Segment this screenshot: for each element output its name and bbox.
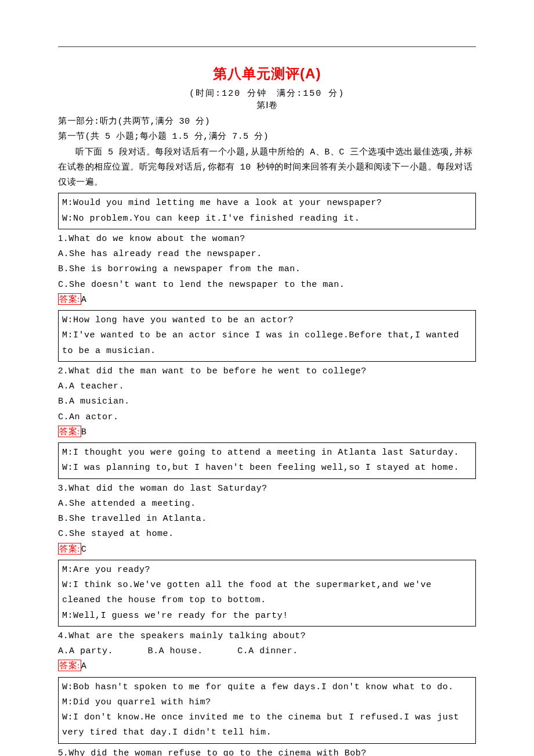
option-c: C.She doesn't want to lend the newspaper…: [58, 278, 476, 293]
top-horizontal-rule: [58, 46, 476, 47]
dialog-line: W:I don't know.He once invited me to the…: [62, 710, 472, 741]
question-text: .Why did the woman refuse to go to the c…: [63, 748, 367, 757]
paper-part-label: 第Ⅰ卷: [58, 100, 476, 111]
answer-label: 答案:: [58, 660, 81, 671]
document-page: 第八单元测评(A) (时间:120 分钟 满分:150 分) 第Ⅰ卷 第一部分:…: [0, 0, 534, 756]
option-a: A.A teacher.: [58, 379, 476, 394]
exam-title: 第八单元测评(A): [58, 64, 476, 83]
answer-row-4: 答案:A: [58, 659, 476, 674]
question-text: .What did the woman do last Saturday?: [63, 484, 268, 494]
question-number: 3: [58, 483, 63, 492]
option-a: A.She attended a meeting.: [58, 496, 476, 512]
dialog-line: M:Would you mind letting me have a look …: [62, 196, 472, 211]
dialog-box-3: M:I thought you were going to attend a m…: [58, 442, 476, 479]
dialog-line: M:Are you ready?: [62, 563, 472, 578]
question-1: 1.What do we know about the woman?: [58, 231, 476, 247]
part1-header: 第一部分:听力(共两节,满分 30 分): [58, 114, 476, 129]
dialog-line: M:I thought you were going to attend a m…: [62, 445, 472, 460]
question-number: 5: [58, 747, 63, 757]
option-a: A.She has already read the newspaper.: [58, 247, 476, 262]
exam-subtitle: (时间:120 分钟 满分:150 分): [58, 88, 476, 99]
dialog-line: W:How long have you wanted to be an acto…: [62, 313, 472, 328]
question-text: .What do we know about the woman?: [63, 234, 246, 244]
dialog-box-1: M:Would you mind letting me have a look …: [58, 193, 476, 229]
option-b: B.She travelled in Atlanta.: [58, 512, 476, 527]
dialog-line: W:I think so.We've gotten all the food a…: [62, 578, 472, 609]
question-number: 4: [58, 630, 63, 640]
dialog-line: W:I was planning to,but I haven't been f…: [62, 460, 472, 476]
dialog-line: M:I've wanted to be an actor since I was…: [62, 328, 472, 359]
question-2: 2.What did the man want to be before he …: [58, 363, 476, 379]
answer-value: A: [81, 295, 87, 305]
question-5: 5.Why did the woman refuse to go to the …: [58, 745, 476, 757]
section1-header: 第一节(共 5 小题;每小题 1.5 分,满分 7.5 分): [58, 129, 476, 145]
instructions: 听下面 5 段对话。每段对话后有一个小题,从题中所给的 A、B、C 三个选项中选…: [58, 145, 476, 191]
answer-row-3: 答案:C: [58, 542, 476, 557]
dialog-box-5: W:Bob hasn't spoken to me for quite a fe…: [58, 677, 476, 744]
question-4: 4.What are the speakers mainly talking a…: [58, 628, 476, 644]
answer-label: 答案:: [58, 426, 81, 437]
dialog-line: W:No problem.You can keep it.I've finish…: [62, 211, 472, 226]
option-b: B.A house.: [148, 644, 203, 659]
dialog-box-4: M:Are you ready? W:I think so.We've gott…: [58, 560, 476, 627]
question-number: 2: [58, 365, 63, 375]
question-number: 1: [58, 233, 63, 243]
options-row-4: A.A party. B.A house. C.A dinner.: [58, 644, 476, 659]
dialog-line: M:Well,I guess we're ready for the party…: [62, 609, 472, 624]
dialog-line: W:Bob hasn't spoken to me for quite a fe…: [62, 680, 472, 695]
answer-label: 答案:: [58, 543, 81, 555]
answer-value: A: [81, 661, 87, 671]
dialog-box-2: W:How long have you wanted to be an acto…: [58, 310, 476, 362]
option-c: C.A dinner.: [237, 644, 298, 659]
answer-value: C: [81, 545, 87, 555]
question-text: .What did the man want to be before he w…: [63, 366, 367, 376]
dialog-line: M:Did you quarrel with him?: [62, 695, 472, 710]
answer-row-2: 答案:B: [58, 425, 476, 440]
answer-row-1: 答案:A: [58, 293, 476, 308]
question-3: 3.What did the woman do last Saturday?: [58, 480, 476, 496]
option-b: B.She is borrowing a newspaper from the …: [58, 262, 476, 277]
answer-label: 答案:: [58, 293, 81, 305]
question-text: .What are the speakers mainly talking ab…: [63, 631, 306, 641]
option-c: C.An actor.: [58, 410, 476, 425]
option-b: B.A musician.: [58, 394, 476, 409]
answer-value: B: [81, 427, 87, 437]
option-c: C.She stayed at home.: [58, 527, 476, 542]
option-a: A.A party.: [58, 644, 113, 659]
